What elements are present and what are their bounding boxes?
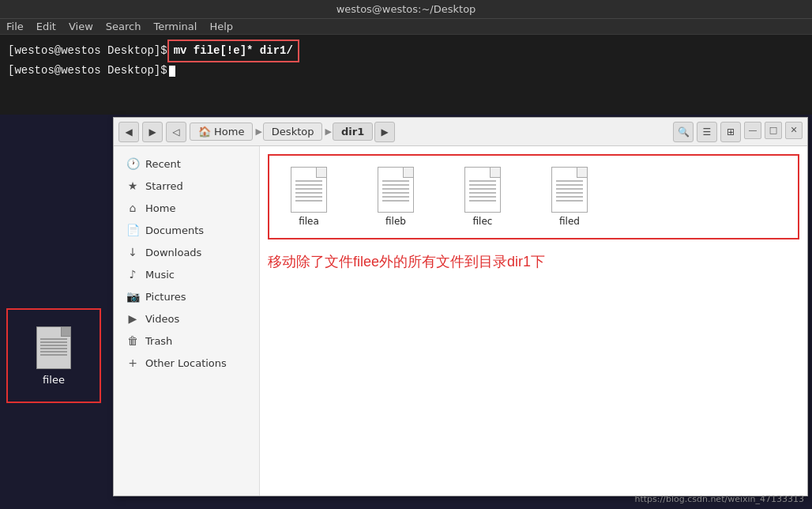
documents-icon: 📄 [126, 224, 139, 236]
breadcrumb-sep-2: ▶ [325, 126, 331, 137]
other-locations-icon: + [126, 356, 139, 369]
file-icon-fileb [378, 167, 414, 213]
sidebar-item-trash[interactable]: 🗑 Trash [114, 330, 259, 352]
file-grid: filea fileb filec filed [268, 154, 799, 239]
sidebar-label-downloads: Downloads [145, 247, 201, 258]
sidebar-label-videos: Videos [145, 313, 179, 325]
prompt-1: [westos@westos Desktop]$ [8, 43, 167, 59]
file-label-filea: filea [299, 216, 319, 227]
sidebar-item-pictures[interactable]: 📷 Pictures [114, 285, 259, 307]
starred-icon: ★ [126, 179, 139, 192]
file-item-filec[interactable]: filec [451, 164, 514, 230]
sidebar-item-home[interactable]: ⌂ Home [114, 197, 259, 219]
sidebar-label-starred: Starred [145, 180, 183, 192]
menu-help[interactable]: Help [209, 21, 233, 32]
sidebar-item-music[interactable]: ♪ Music [114, 263, 259, 285]
file-icon-filec [464, 167, 501, 213]
desktop-file-filee[interactable]: filee [6, 308, 101, 403]
view-list-button[interactable]: ☰ [697, 122, 717, 142]
sidebar-label-home: Home [145, 202, 175, 214]
desktop-file-icon-filee [36, 326, 71, 369]
command-box: mv file[!e]* dir1/ [167, 40, 299, 62]
search-button[interactable]: 🔍 [673, 122, 694, 142]
sidebar-label-recent: Recent [145, 158, 181, 170]
terminal-line-2: [westos@westos Desktop]$ [8, 62, 804, 79]
view-grid-button[interactable]: ⊞ [720, 122, 741, 142]
fm-content: 🕐 Recent ★ Starred ⌂ Home 📄 Documents ↓ … [114, 146, 807, 496]
breadcrumb: 🏠 Home ▶ Desktop ▶ dir1 ▶ [190, 122, 395, 142]
file-label-filed: filed [559, 216, 580, 227]
breadcrumb-dir1[interactable]: dir1 [333, 123, 373, 141]
pictures-icon: 📷 [126, 290, 139, 303]
annotation-text: 移动除了文件filee外的所有文件到目录dir1下 [268, 252, 799, 271]
breadcrumb-home[interactable]: 🏠 Home [190, 123, 253, 141]
file-icon-filed [551, 167, 588, 213]
file-icon-filea [291, 167, 327, 213]
window-title: westos@westos:~/Desktop [336, 3, 476, 15]
file-item-filea[interactable]: filea [277, 164, 340, 230]
home-sidebar-icon: ⌂ [126, 202, 139, 214]
sidebar-item-recent[interactable]: 🕐 Recent [114, 153, 259, 175]
menu-terminal[interactable]: Terminal [153, 21, 197, 32]
file-item-filed[interactable]: filed [538, 164, 601, 230]
window-controls: — □ ✕ [744, 122, 803, 142]
sidebar-item-documents[interactable]: 📄 Documents [114, 219, 259, 241]
cursor [169, 66, 175, 77]
menu-search[interactable]: Search [106, 21, 141, 32]
file-label-filec: filec [473, 216, 493, 227]
breadcrumb-sep-1: ▶ [255, 126, 261, 137]
file-item-fileb[interactable]: fileb [364, 164, 427, 230]
desktop-file-label-filee: filee [43, 374, 65, 386]
terminal-titlebar: westos@westos:~/Desktop [0, 0, 812, 19]
breadcrumb-home-label: Home [214, 126, 244, 138]
nav-prev-button[interactable]: ◀ [118, 122, 139, 142]
sidebar-label-documents: Documents [145, 224, 204, 236]
toolbar-right: 🔍 ☰ ⊞ — □ ✕ [673, 122, 803, 142]
nav-parent-button[interactable]: ◁ [166, 122, 186, 142]
fm-main: filea fileb filec filed 移动除了文件filee外的所有文… [260, 146, 807, 496]
terminal-menubar: File Edit View Search Terminal Help [0, 19, 812, 35]
sidebar-label-pictures: Pictures [145, 291, 186, 303]
sidebar-label-other-locations: Other Locations [145, 357, 227, 369]
menu-file[interactable]: File [6, 21, 24, 32]
recent-icon: 🕐 [126, 157, 139, 170]
maximize-button[interactable]: □ [765, 122, 782, 139]
terminal-line-1: [westos@westos Desktop]$ mv file[!e]* di… [8, 40, 804, 62]
terminal-body: [westos@westos Desktop]$ mv file[!e]* di… [0, 35, 812, 84]
file-label-fileb: fileb [385, 216, 406, 227]
prompt-2: [westos@westos Desktop]$ [8, 62, 167, 79]
downloads-icon: ↓ [126, 246, 139, 258]
breadcrumb-desktop[interactable]: Desktop [263, 123, 323, 141]
sidebar-label-trash: Trash [145, 335, 172, 347]
watermark: https://blog.csdn.net/weixin_47133313 [634, 494, 804, 504]
nav-next-button[interactable]: ▶ [142, 122, 163, 142]
fm-toolbar: ◀ ▶ ◁ 🏠 Home ▶ Desktop ▶ dir1 ▶ 🔍 ☰ ⊞ — … [114, 118, 807, 146]
minimize-button[interactable]: — [744, 122, 761, 139]
menu-edit[interactable]: Edit [36, 21, 56, 32]
sidebar-item-downloads[interactable]: ↓ Downloads [114, 241, 259, 263]
terminal-area: westos@westos:~/Desktop File Edit View S… [0, 0, 812, 115]
sidebar-item-other-locations[interactable]: + Other Locations [114, 352, 259, 374]
trash-icon: 🗑 [126, 334, 139, 347]
fm-sidebar: 🕐 Recent ★ Starred ⌂ Home 📄 Documents ↓ … [114, 146, 260, 496]
breadcrumb-expand-button[interactable]: ▶ [374, 122, 395, 142]
home-icon: 🏠 [198, 126, 211, 138]
music-icon: ♪ [126, 268, 139, 281]
sidebar-label-music: Music [145, 269, 175, 281]
sidebar-item-videos[interactable]: ▶ Videos [114, 307, 259, 330]
filemanager-window: ◀ ▶ ◁ 🏠 Home ▶ Desktop ▶ dir1 ▶ 🔍 ☰ ⊞ — … [113, 117, 808, 496]
close-button[interactable]: ✕ [785, 122, 803, 139]
videos-icon: ▶ [126, 312, 139, 325]
sidebar-item-starred[interactable]: ★ Starred [114, 175, 259, 197]
menu-view[interactable]: View [69, 21, 93, 32]
